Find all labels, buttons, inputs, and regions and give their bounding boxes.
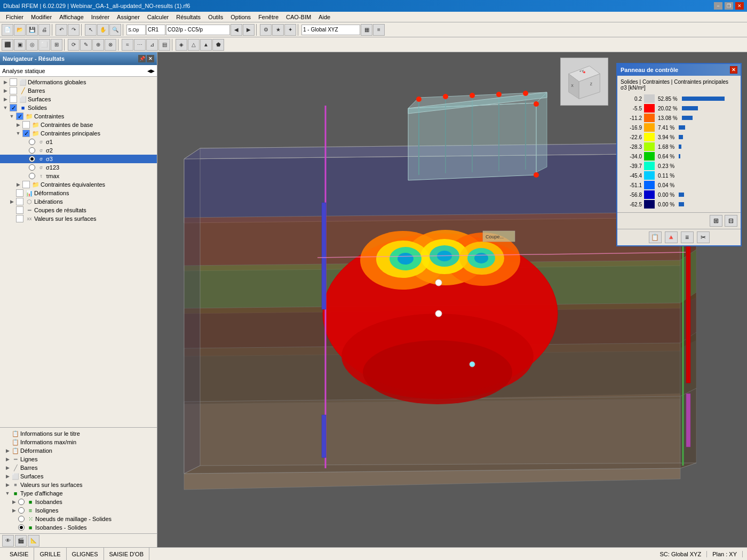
- tb2-15[interactable]: △: [188, 39, 200, 51]
- tree-contraintes[interactable]: ▼ ✓ 📁 Contraintes: [0, 112, 157, 121]
- legend-action-4[interactable]: ✂: [697, 231, 710, 243]
- menu-affichage[interactable]: Affichage: [55, 13, 88, 21]
- print-btn[interactable]: 🖨: [38, 24, 50, 36]
- check-contraintes-equiv[interactable]: [22, 181, 30, 188]
- menu-assigner[interactable]: Assigner: [113, 13, 144, 21]
- minimize-btn[interactable]: −: [714, 2, 722, 10]
- menu-fichier[interactable]: Fichier: [2, 13, 27, 21]
- load-combo[interactable]: CR1: [146, 25, 165, 35]
- arrow-type-affichage[interactable]: ▼: [4, 491, 11, 496]
- eye-btn[interactable]: 👁: [2, 535, 14, 547]
- render-btn[interactable]: ⚙: [260, 24, 272, 36]
- arrow-solides[interactable]: ▼: [2, 105, 9, 110]
- tb2-12[interactable]: ⊿: [146, 39, 158, 51]
- arrow-surfaces[interactable]: ▶: [2, 97, 9, 102]
- radio-taumax[interactable]: [29, 173, 35, 179]
- legend-action-2[interactable]: 🔺: [665, 231, 678, 243]
- tb2-8[interactable]: ⊕: [92, 39, 104, 51]
- prev-btn[interactable]: ◀: [231, 24, 242, 36]
- tb2-2[interactable]: ▣: [14, 39, 26, 51]
- next-btn[interactable]: ▶: [243, 24, 255, 36]
- radio-sigma1[interactable]: [29, 139, 35, 145]
- check-contraintes[interactable]: ✓: [16, 113, 23, 120]
- arrow-isolignes[interactable]: ▶: [11, 508, 17, 513]
- nav-dropdown[interactable]: Analyse statique ◀▶: [0, 65, 157, 77]
- menu-resultats[interactable]: Résultats: [172, 13, 204, 21]
- menu-calculer[interactable]: Calculer: [144, 13, 172, 21]
- tb2-10[interactable]: ≈: [122, 39, 133, 51]
- arrow-barres-disp[interactable]: ▶: [4, 465, 11, 470]
- status-saisie-ob[interactable]: SAISIE D'OB: [104, 548, 149, 560]
- check-valeurs[interactable]: [16, 215, 23, 222]
- tree-taumax[interactable]: τ τmax: [0, 172, 157, 180]
- arrow-isobandes[interactable]: ▶: [11, 499, 17, 505]
- radio-sigma2[interactable]: [29, 147, 35, 154]
- view-combo[interactable]: 1 - Global XYZ: [301, 25, 360, 35]
- tree-sigma3[interactable]: σ σ3: [0, 155, 157, 163]
- radio-noeuds[interactable]: [18, 516, 25, 522]
- nav-dropdown-arrows[interactable]: ◀▶: [147, 68, 155, 74]
- radio-sigma3[interactable]: [29, 156, 35, 162]
- legend-grid-btn[interactable]: ⊟: [725, 215, 737, 227]
- status-saisie[interactable]: SAISIE: [4, 548, 34, 560]
- result-combo[interactable]: CO2/p - CC5/p: [166, 25, 230, 35]
- check-surfaces[interactable]: [10, 95, 17, 103]
- tree-contraintes-equiv[interactable]: ▶ 📁 Contraintes équivalentes: [0, 180, 157, 189]
- arrow-lignes[interactable]: ▶: [4, 457, 11, 462]
- check-deformations[interactable]: [10, 78, 17, 86]
- status-grille[interactable]: GRILLE: [34, 548, 66, 560]
- arrow-valeurs-surfaces-disp[interactable]: ▶: [4, 482, 11, 487]
- nav-close-btn[interactable]: ✕: [147, 55, 154, 62]
- nav-valeurs-surfaces-disp[interactable]: ▶ ■ Valeurs sur les surfaces: [0, 481, 157, 489]
- nav-noeuds-maillage[interactable]: ⁙ Noeuds de maillage - Solides: [0, 515, 157, 523]
- check-solides[interactable]: ✓: [10, 104, 17, 111]
- arrow-liberations[interactable]: ▶: [9, 199, 15, 204]
- radio-isobandes[interactable]: [18, 499, 25, 505]
- arrow-deformations[interactable]: ▶: [2, 79, 9, 85]
- nav-type-affichage[interactable]: ▼ ■ Type d'affichage: [0, 489, 157, 498]
- render2-btn[interactable]: ★: [272, 24, 284, 36]
- tb2-17[interactable]: ⬟: [212, 39, 224, 51]
- select-btn[interactable]: ↖: [85, 24, 97, 36]
- nav-pin-btn[interactable]: 📌: [138, 55, 146, 62]
- nav-info-titre[interactable]: 📋 Informations sur le titre: [0, 429, 157, 438]
- check-contraintes-base[interactable]: [22, 121, 30, 129]
- tree-surfaces[interactable]: ▶ ⬜ Surfaces: [0, 95, 157, 103]
- menu-cao-bim[interactable]: CAO-BIM: [282, 13, 315, 21]
- tree-valeurs[interactable]: xx Valeurs sur les surfaces: [0, 214, 157, 223]
- cube-navigator[interactable]: +Y X Z: [560, 58, 608, 106]
- tb2-11[interactable]: ⋯: [134, 39, 146, 51]
- restore-btn[interactable]: ❐: [725, 2, 733, 10]
- tb2-5[interactable]: ⊞: [51, 39, 62, 51]
- nav-deformation[interactable]: ▶ 📋 Déformation: [0, 446, 157, 455]
- arrow-deformation[interactable]: ▶: [4, 448, 11, 453]
- tree-deformations-globales[interactable]: ▶ ⬜ Déformations globales: [0, 78, 157, 86]
- legend-action-3[interactable]: ≡: [681, 231, 694, 243]
- tb2-14[interactable]: ◈: [176, 39, 187, 51]
- tree-coupes[interactable]: ━ Coupes de résultats: [0, 206, 157, 214]
- nav-surfaces-disp[interactable]: ▶ ⬜ Surfaces: [0, 472, 157, 481]
- camera-btn[interactable]: 🎬: [15, 535, 27, 547]
- move-btn[interactable]: ✋: [97, 24, 109, 36]
- tree-contraintes-base[interactable]: ▶ 📁 Contraintes de base: [0, 121, 157, 129]
- arrow-contraintes-base[interactable]: ▶: [15, 122, 21, 127]
- tree-sigma123[interactable]: σ σ123: [0, 163, 157, 172]
- arrow-contraintes-equiv[interactable]: ▶: [15, 182, 21, 187]
- view-list-btn[interactable]: ≡: [373, 24, 385, 36]
- menu-aide[interactable]: Aide: [315, 13, 334, 21]
- new-btn[interactable]: 📄: [2, 24, 13, 36]
- view3d-btn[interactable]: ▦: [361, 24, 372, 36]
- tree-liberations[interactable]: ▶ ⬡ Libérations: [0, 197, 157, 206]
- legend-close-btn[interactable]: ✕: [730, 66, 737, 74]
- save-btn[interactable]: 💾: [26, 24, 38, 36]
- tree-sigma1[interactable]: σ σ1: [0, 138, 157, 146]
- legend-table-btn[interactable]: ⊞: [710, 215, 722, 227]
- arrow-contraintes[interactable]: ▼: [9, 114, 15, 119]
- render3-btn[interactable]: ✦: [284, 24, 296, 36]
- check-deformations-s[interactable]: [16, 189, 23, 197]
- tree-solides[interactable]: ▼ ✓ ■ Solides: [0, 103, 157, 112]
- arrow-contraintes-principales[interactable]: ▼: [15, 131, 21, 136]
- status-glignes[interactable]: GLIGNES: [67, 548, 104, 560]
- tree-sigma2[interactable]: σ σ2: [0, 146, 157, 155]
- nav-info-maxmin[interactable]: 📋 Informations max/min: [0, 438, 157, 446]
